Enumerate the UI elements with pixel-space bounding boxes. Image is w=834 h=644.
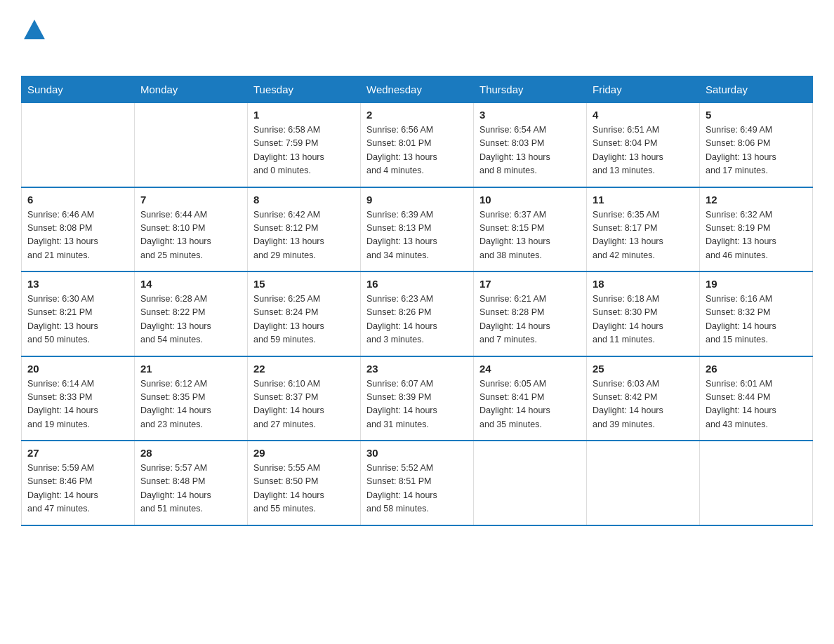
day-info: Sunrise: 5:59 AM Sunset: 8:46 PM Dayligh… bbox=[27, 462, 128, 516]
day-number: 2 bbox=[366, 109, 468, 121]
week-row-5: 27Sunrise: 5:59 AM Sunset: 8:46 PM Dayli… bbox=[22, 441, 813, 525]
day-number: 20 bbox=[27, 363, 128, 375]
calendar-cell: 1Sunrise: 6:58 AM Sunset: 7:59 PM Daylig… bbox=[248, 103, 361, 187]
calendar-cell: 17Sunrise: 6:21 AM Sunset: 8:28 PM Dayli… bbox=[474, 271, 587, 356]
day-info: Sunrise: 6:16 AM Sunset: 8:32 PM Dayligh… bbox=[706, 293, 807, 347]
calendar-cell: 5Sunrise: 6:49 AM Sunset: 8:06 PM Daylig… bbox=[700, 103, 813, 187]
day-info: Sunrise: 6:42 AM Sunset: 8:12 PM Dayligh… bbox=[253, 208, 355, 263]
day-info: Sunrise: 6:21 AM Sunset: 8:28 PM Dayligh… bbox=[479, 293, 581, 347]
calendar-cell bbox=[587, 441, 700, 525]
calendar-cell: 18Sunrise: 6:18 AM Sunset: 8:30 PM Dayli… bbox=[587, 271, 700, 356]
day-info: Sunrise: 6:23 AM Sunset: 8:26 PM Dayligh… bbox=[366, 293, 468, 347]
week-row-4: 20Sunrise: 6:14 AM Sunset: 8:33 PM Dayli… bbox=[22, 356, 813, 441]
day-info: Sunrise: 5:52 AM Sunset: 8:51 PM Dayligh… bbox=[366, 462, 468, 516]
day-number: 21 bbox=[140, 363, 241, 375]
day-number: 16 bbox=[366, 278, 468, 290]
day-info: Sunrise: 6:32 AM Sunset: 8:19 PM Dayligh… bbox=[706, 208, 807, 263]
weekday-header-monday: Monday bbox=[135, 76, 248, 103]
day-number: 6 bbox=[27, 194, 128, 206]
calendar-cell: 7Sunrise: 6:44 AM Sunset: 8:10 PM Daylig… bbox=[135, 187, 248, 272]
calendar-cell: 27Sunrise: 5:59 AM Sunset: 8:46 PM Dayli… bbox=[22, 441, 135, 525]
weekday-header-wednesday: Wednesday bbox=[361, 76, 474, 103]
calendar-cell bbox=[700, 441, 813, 525]
day-number: 1 bbox=[253, 109, 355, 121]
day-info: Sunrise: 6:39 AM Sunset: 8:13 PM Dayligh… bbox=[366, 208, 468, 263]
weekday-header-saturday: Saturday bbox=[700, 76, 813, 103]
weekday-header-tuesday: Tuesday bbox=[248, 76, 361, 103]
calendar-cell: 28Sunrise: 5:57 AM Sunset: 8:48 PM Dayli… bbox=[135, 441, 248, 525]
day-number: 24 bbox=[479, 363, 581, 375]
weekday-header-row: SundayMondayTuesdayWednesdayThursdayFrid… bbox=[22, 76, 813, 103]
calendar-cell: 11Sunrise: 6:35 AM Sunset: 8:17 PM Dayli… bbox=[587, 187, 700, 272]
calendar-cell: 15Sunrise: 6:25 AM Sunset: 8:24 PM Dayli… bbox=[248, 271, 361, 356]
calendar-cell: 30Sunrise: 5:52 AM Sunset: 8:51 PM Dayli… bbox=[361, 441, 474, 525]
day-number: 4 bbox=[593, 109, 694, 121]
weekday-header-friday: Friday bbox=[587, 76, 700, 103]
calendar-cell: 2Sunrise: 6:56 AM Sunset: 8:01 PM Daylig… bbox=[361, 103, 474, 187]
calendar-body: 1Sunrise: 6:58 AM Sunset: 7:59 PM Daylig… bbox=[22, 103, 813, 525]
day-number: 18 bbox=[593, 278, 694, 290]
day-info: Sunrise: 6:28 AM Sunset: 8:22 PM Dayligh… bbox=[140, 293, 241, 347]
calendar-cell: 21Sunrise: 6:12 AM Sunset: 8:35 PM Dayli… bbox=[135, 356, 248, 441]
page-header bbox=[21, 14, 813, 62]
day-info: Sunrise: 6:44 AM Sunset: 8:10 PM Dayligh… bbox=[140, 208, 241, 263]
day-number: 11 bbox=[593, 194, 694, 206]
day-info: Sunrise: 5:57 AM Sunset: 8:48 PM Dayligh… bbox=[140, 462, 241, 516]
svg-marker-0 bbox=[24, 20, 45, 39]
day-number: 15 bbox=[253, 278, 355, 290]
calendar-cell: 9Sunrise: 6:39 AM Sunset: 8:13 PM Daylig… bbox=[361, 187, 474, 272]
calendar-cell: 14Sunrise: 6:28 AM Sunset: 8:22 PM Dayli… bbox=[135, 271, 248, 356]
day-info: Sunrise: 6:03 AM Sunset: 8:42 PM Dayligh… bbox=[593, 377, 694, 432]
day-info: Sunrise: 6:07 AM Sunset: 8:39 PM Dayligh… bbox=[366, 377, 468, 432]
day-number: 9 bbox=[366, 194, 468, 206]
day-number: 13 bbox=[27, 278, 128, 290]
calendar-cell: 12Sunrise: 6:32 AM Sunset: 8:19 PM Dayli… bbox=[700, 187, 813, 272]
day-number: 22 bbox=[253, 363, 355, 375]
day-number: 28 bbox=[140, 447, 241, 459]
day-number: 8 bbox=[253, 194, 355, 206]
day-info: Sunrise: 6:54 AM Sunset: 8:03 PM Dayligh… bbox=[479, 123, 581, 178]
day-number: 3 bbox=[479, 109, 581, 121]
calendar-cell: 13Sunrise: 6:30 AM Sunset: 8:21 PM Dayli… bbox=[22, 271, 135, 356]
day-info: Sunrise: 6:12 AM Sunset: 8:35 PM Dayligh… bbox=[140, 377, 241, 432]
week-row-2: 6Sunrise: 6:46 AM Sunset: 8:08 PM Daylig… bbox=[22, 187, 813, 272]
day-info: Sunrise: 6:01 AM Sunset: 8:44 PM Dayligh… bbox=[706, 377, 807, 432]
day-info: Sunrise: 6:25 AM Sunset: 8:24 PM Dayligh… bbox=[253, 293, 355, 347]
day-info: Sunrise: 6:58 AM Sunset: 7:59 PM Dayligh… bbox=[253, 123, 355, 178]
calendar-header: SundayMondayTuesdayWednesdayThursdayFrid… bbox=[22, 76, 813, 103]
day-number: 10 bbox=[479, 194, 581, 206]
calendar-cell: 22Sunrise: 6:10 AM Sunset: 8:37 PM Dayli… bbox=[248, 356, 361, 441]
calendar-table: SundayMondayTuesdayWednesdayThursdayFrid… bbox=[21, 76, 813, 526]
calendar-cell: 26Sunrise: 6:01 AM Sunset: 8:44 PM Dayli… bbox=[700, 356, 813, 441]
calendar-cell: 16Sunrise: 6:23 AM Sunset: 8:26 PM Dayli… bbox=[361, 271, 474, 356]
day-info: Sunrise: 6:37 AM Sunset: 8:15 PM Dayligh… bbox=[479, 208, 581, 263]
calendar-cell: 29Sunrise: 5:55 AM Sunset: 8:50 PM Dayli… bbox=[248, 441, 361, 525]
calendar-cell: 3Sunrise: 6:54 AM Sunset: 8:03 PM Daylig… bbox=[474, 103, 587, 187]
weekday-header-sunday: Sunday bbox=[22, 76, 135, 103]
day-number: 26 bbox=[706, 363, 807, 375]
calendar-cell bbox=[135, 103, 248, 187]
day-info: Sunrise: 6:30 AM Sunset: 8:21 PM Dayligh… bbox=[27, 293, 128, 347]
day-info: Sunrise: 6:05 AM Sunset: 8:41 PM Dayligh… bbox=[479, 377, 581, 432]
logo bbox=[21, 21, 46, 62]
day-info: Sunrise: 6:35 AM Sunset: 8:17 PM Dayligh… bbox=[593, 208, 694, 263]
calendar-cell: 23Sunrise: 6:07 AM Sunset: 8:39 PM Dayli… bbox=[361, 356, 474, 441]
day-number: 30 bbox=[366, 447, 468, 459]
calendar-cell: 20Sunrise: 6:14 AM Sunset: 8:33 PM Dayli… bbox=[22, 356, 135, 441]
calendar-cell: 24Sunrise: 6:05 AM Sunset: 8:41 PM Dayli… bbox=[474, 356, 587, 441]
day-number: 7 bbox=[140, 194, 241, 206]
day-number: 12 bbox=[706, 194, 807, 206]
day-number: 14 bbox=[140, 278, 241, 290]
day-info: Sunrise: 6:10 AM Sunset: 8:37 PM Dayligh… bbox=[253, 377, 355, 432]
calendar-cell bbox=[474, 441, 587, 525]
day-info: Sunrise: 6:14 AM Sunset: 8:33 PM Dayligh… bbox=[27, 377, 128, 432]
calendar-cell: 19Sunrise: 6:16 AM Sunset: 8:32 PM Dayli… bbox=[700, 271, 813, 356]
day-info: Sunrise: 6:49 AM Sunset: 8:06 PM Dayligh… bbox=[706, 123, 807, 178]
day-info: Sunrise: 5:55 AM Sunset: 8:50 PM Dayligh… bbox=[253, 462, 355, 516]
weekday-header-thursday: Thursday bbox=[474, 76, 587, 103]
calendar-cell: 25Sunrise: 6:03 AM Sunset: 8:42 PM Dayli… bbox=[587, 356, 700, 441]
day-number: 23 bbox=[366, 363, 468, 375]
day-info: Sunrise: 6:51 AM Sunset: 8:04 PM Dayligh… bbox=[593, 123, 694, 178]
calendar-cell: 4Sunrise: 6:51 AM Sunset: 8:04 PM Daylig… bbox=[587, 103, 700, 187]
week-row-1: 1Sunrise: 6:58 AM Sunset: 7:59 PM Daylig… bbox=[22, 103, 813, 187]
